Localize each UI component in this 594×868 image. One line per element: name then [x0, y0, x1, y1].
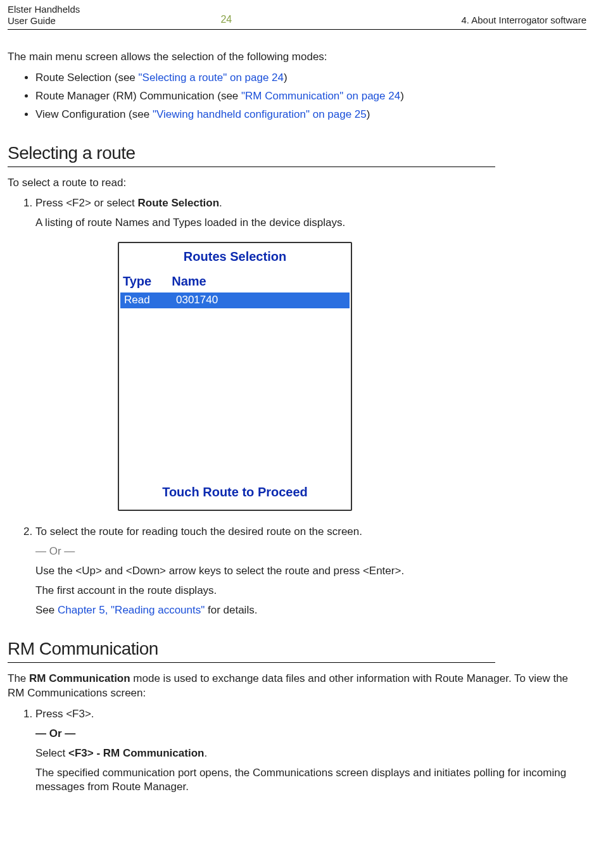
step-text-suffix: . [219, 197, 222, 209]
list-item: Route Selection (see "Selecting a route"… [35, 71, 586, 85]
steps-list-rm: Press <F3>. — Or — Select <F3> - RM Comm… [8, 707, 586, 795]
list-item-text: View Configuration (see [35, 108, 153, 120]
xref-link[interactable]: "Selecting a route" on page 24 [139, 72, 284, 84]
col-name-header: Name [172, 273, 206, 290]
lead-paragraph: To select a route to read: [8, 176, 586, 191]
step-xref: See Chapter 5, "Reading accounts" for de… [35, 603, 586, 618]
mode-list: Route Selection (see "Selecting a route"… [8, 71, 586, 122]
heading-rm-communication: RM Communication [8, 637, 495, 663]
screenshot-column-headers: Type Name [119, 272, 351, 292]
list-item-suffix: ) [284, 72, 288, 84]
list-item-suffix: ) [367, 108, 370, 120]
step-result: A listing of route Names and Types loade… [35, 216, 586, 230]
header-subtitle: User Guide [8, 15, 80, 27]
route-row-selected[interactable]: Read 0301740 [120, 292, 350, 308]
step-item: To select the route for reading touch th… [35, 525, 586, 618]
step-text: Press <F2> or select [35, 197, 138, 209]
or-separator: — Or — [35, 727, 586, 741]
step-alt: Use the <Up> and <Down> arrow keys to se… [35, 564, 586, 579]
step-text: Press <F3>. [35, 707, 586, 722]
intro-paragraph: The main menu screen allows the selectio… [8, 50, 586, 65]
xref-link[interactable]: "RM Communication" on page 24 [241, 90, 400, 102]
list-item-text: Route Selection (see [35, 72, 139, 84]
list-item-text: Route Manager (RM) Communication (see [35, 90, 241, 102]
list-item: Route Manager (RM) Communication (see "R… [35, 89, 586, 104]
header-product: Elster Handhelds [8, 4, 80, 15]
step-result: The specified communication port opens, … [35, 766, 586, 795]
xref-link[interactable]: "Viewing handheld configuration" on page… [153, 108, 367, 120]
step-item: Press <F2> or select Route Selection. A … [35, 196, 586, 511]
heading-selecting-route: Selecting a route [8, 141, 495, 167]
screenshot-footer: Touch Route to Proceed [119, 476, 351, 510]
screenshot-route-list[interactable]: Read 0301740 [120, 292, 350, 476]
header-chapter: 4. About Interrogator software [461, 14, 586, 27]
steps-list: Press <F2> or select Route Selection. A … [8, 196, 586, 618]
route-type: Read [124, 293, 162, 308]
step-text: Select [35, 747, 68, 759]
step-result: The first account in the route displays. [35, 584, 586, 598]
embedded-screenshot: Routes Selection Type Name Read 0301740 … [118, 242, 352, 511]
header-left: Elster Handhelds User Guide [8, 4, 80, 27]
xref-prefix: See [35, 604, 58, 616]
col-type-header: Type [123, 273, 151, 290]
list-item: View Configuration (see "Viewing handhel… [35, 108, 586, 122]
rm-intro-paragraph: The RM Communication mode is used to exc… [8, 672, 586, 701]
page-content: The main menu screen allows the selectio… [8, 30, 586, 795]
page-number: 24 [220, 13, 232, 27]
ui-label: Route Selection [138, 197, 219, 209]
step-text-suffix: . [204, 747, 207, 759]
text: The [8, 672, 29, 684]
xref-suffix: for details. [205, 604, 257, 616]
ui-label: RM Communication [29, 672, 130, 684]
xref-link[interactable]: Chapter 5, "Reading accounts" [58, 604, 205, 616]
route-name: 0301740 [176, 293, 218, 308]
step-item: Press <F3>. — Or — Select <F3> - RM Comm… [35, 707, 586, 795]
screenshot-title: Routes Selection [119, 243, 351, 272]
page-header: Elster Handhelds User Guide 24 4. About … [8, 0, 586, 30]
ui-label: <F3> - RM Communication [68, 747, 204, 759]
list-item-suffix: ) [400, 90, 404, 102]
or-separator: — Or — [35, 544, 586, 559]
step-text: To select the route for reading touch th… [35, 525, 586, 539]
routes-selection-window: Routes Selection Type Name Read 0301740 … [118, 242, 352, 511]
